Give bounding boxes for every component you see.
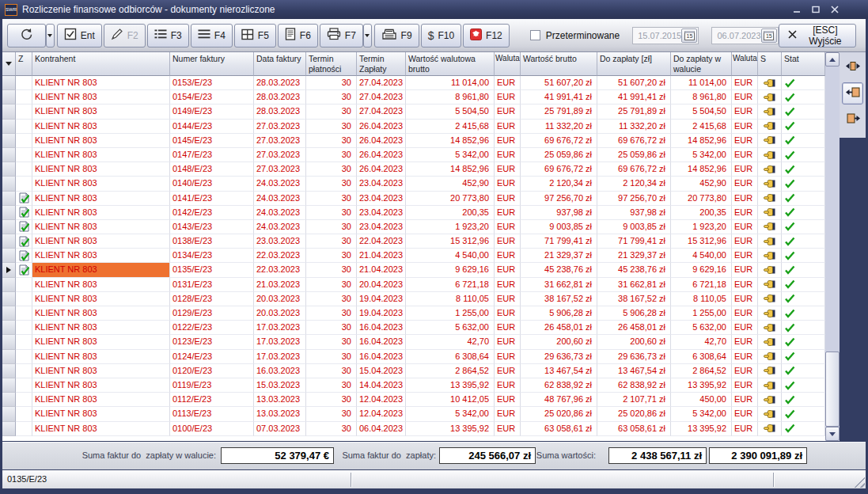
row-selector[interactable] [2,292,16,306]
cell[interactable]: EUR [732,104,758,119]
cell[interactable]: 28.03.2023 [254,76,306,90]
cell[interactable]: 5 504,50 [671,104,732,119]
exit-button[interactable]: [ESC] Wyjście [779,24,856,48]
row-selector[interactable] [2,335,16,349]
cell[interactable]: EUR [495,364,521,378]
date-from-field[interactable]: 15.07.2015 15 [632,27,699,44]
cell[interactable]: 8 961,80 [406,90,495,104]
cell-z-settled-document-icon[interactable] [16,104,32,119]
table-row[interactable]: KLIENT NR 8030129/E/2320.03.20233019.04.… [2,306,825,321]
list-f4-button[interactable]: F4 [191,24,233,48]
cell[interactable]: EUR [732,335,758,349]
cell[interactable]: 937,98 zł [597,206,671,220]
cell[interactable]: 51 607,20 zł [597,76,671,90]
row-selector[interactable] [2,177,16,191]
cell[interactable]: 41 991,41 zł [521,90,597,104]
minimize-icon[interactable] [790,4,803,15]
cell-z-settled-document-icon[interactable] [16,292,32,306]
cell[interactable]: 30 [306,321,357,335]
cell[interactable]: 0112/E/23 [170,393,254,407]
column-header-waluta[interactable]: Waluta [495,52,521,76]
cell[interactable]: 30 [306,292,357,306]
cell[interactable]: EUR [495,120,521,134]
list-f3-button[interactable]: F3 [147,24,189,48]
cell[interactable]: 17.03.2023 [254,335,306,349]
table-row[interactable]: KLIENT NR 8030143/E/2324.03.20233023.04.… [2,220,825,234]
cell[interactable]: 69 676,72 zł [521,134,597,148]
cell[interactable]: 20.03.2023 [254,306,306,321]
cell[interactable]: 30 [306,306,357,321]
cell[interactable]: 28.03.2023 [254,90,306,104]
cell[interactable]: 42,70 [671,335,732,349]
cell-z-settled-document-icon[interactable] [16,364,32,378]
row-selector[interactable] [2,76,16,90]
cell[interactable]: 30 [306,192,357,206]
cell[interactable]: 14 852,96 [671,162,732,177]
cell[interactable]: 26 458,01 zł [597,321,671,335]
cell[interactable]: 11 014,00 [406,76,495,90]
cell-stat-green-check-icon[interactable] [782,120,825,134]
grid-filter-button[interactable] [2,52,16,76]
cell[interactable]: EUR [732,220,758,234]
cell[interactable]: 1 923,20 [406,220,495,234]
cell[interactable]: KLIENT NR 803 [32,407,170,421]
cell[interactable]: EUR [732,148,758,162]
cell[interactable]: EUR [732,321,758,335]
cell[interactable]: KLIENT NR 803 [32,220,170,234]
cell-s-hand-pointer-icon[interactable] [758,378,782,393]
cell-s-hand-pointer-icon[interactable] [758,350,782,364]
row-selector[interactable] [2,306,16,321]
cell[interactable]: 97 256,70 zł [521,192,597,206]
cell[interactable]: 8 961,80 [671,90,732,104]
cell[interactable]: 17.03.2023 [254,350,306,364]
cell-stat-green-check-icon[interactable] [782,148,825,162]
cell-stat-green-check-icon[interactable] [782,364,825,378]
cell[interactable]: KLIENT NR 803 [32,292,170,306]
cell[interactable]: 20 773,80 [406,192,495,206]
cell[interactable]: 0138/E/23 [170,234,254,249]
table-row[interactable]: KLIENT NR 8030134/E/2322.03.20233021.04.… [2,249,825,263]
cell[interactable]: KLIENT NR 803 [32,134,170,148]
row-selector[interactable] [2,104,16,119]
table-row[interactable]: KLIENT NR 8030131/E/2321.03.20233020.04.… [2,278,825,292]
cell[interactable]: EUR [732,263,758,277]
cell[interactable]: 24.03.2023 [254,192,306,206]
cell[interactable]: 30 [306,148,357,162]
cell[interactable]: 22.03.2023 [254,263,306,277]
cell[interactable]: 13 467,54 zł [597,364,671,378]
cell[interactable]: 26.04.2023 [357,162,406,177]
cell-z-settled-document-icon[interactable] [16,90,32,104]
cell[interactable]: 0122/E/23 [170,321,254,335]
cell-z-settled-document-icon[interactable] [16,249,32,263]
cell[interactable]: EUR [732,306,758,321]
cell-s-hand-pointer-icon[interactable] [758,76,782,90]
cell[interactable]: 0123/E/23 [170,335,254,349]
cell[interactable]: 15 312,96 [671,234,732,249]
cell-z-settled-document-icon[interactable] [16,263,32,277]
cell[interactable]: 23.04.2023 [357,206,406,220]
cell[interactable]: 0134/E/23 [170,249,254,263]
cell[interactable]: 21 329,37 zł [521,249,597,263]
cell[interactable]: 38 167,52 zł [521,292,597,306]
cell[interactable]: KLIENT NR 803 [32,148,170,162]
column-header-warto-brutto[interactable]: Wartość brutto [521,52,597,76]
cell-stat-green-check-icon[interactable] [782,263,825,277]
cell[interactable]: EUR [732,422,758,436]
cell-z-settled-document-icon[interactable] [16,393,32,407]
cell[interactable]: KLIENT NR 803 [32,104,170,119]
cell-s-hand-pointer-icon[interactable] [758,263,782,277]
cell[interactable]: 30 [306,350,357,364]
row-selector[interactable] [2,162,16,177]
cell-stat-green-check-icon[interactable] [782,162,825,177]
cell-stat-green-check-icon[interactable] [782,177,825,191]
cell[interactable]: 21.03.2023 [254,278,306,292]
cell[interactable]: 30 [306,278,357,292]
cell[interactable]: EUR [732,90,758,104]
cell[interactable]: KLIENT NR 803 [32,422,170,436]
cell-s-hand-pointer-icon[interactable] [758,321,782,335]
cell[interactable]: 24.03.2023 [254,177,306,191]
row-selector[interactable] [2,422,16,436]
table-row[interactable]: KLIENT NR 8030122/E/2317.03.20233016.04.… [2,321,825,335]
cell[interactable]: 5 632,00 [671,321,732,335]
cell[interactable]: 30 [306,249,357,263]
